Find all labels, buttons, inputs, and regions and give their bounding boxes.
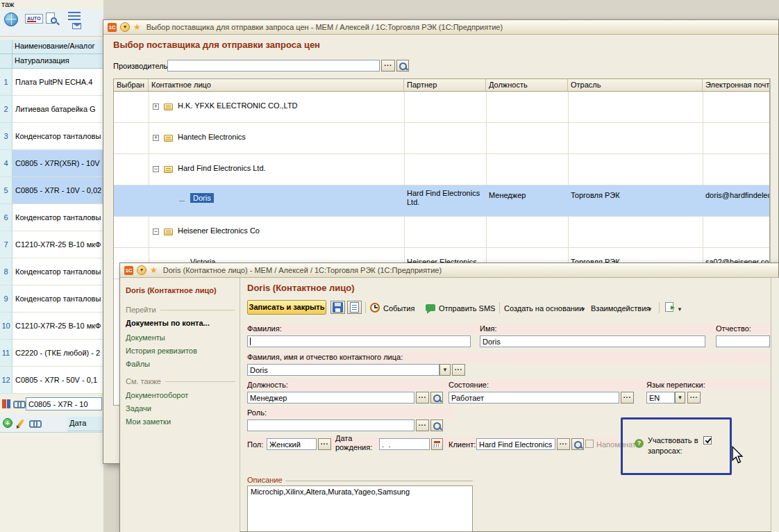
description-group-label[interactable]: Описание <box>247 476 283 484</box>
birthdate-input[interactable] <box>379 438 430 450</box>
supplier-group-row[interactable]: + Hantech Electronics <box>114 123 769 154</box>
column-header-name[interactable]: Наименование/Аналог <box>12 40 103 54</box>
print-form-icon[interactable] <box>665 302 673 312</box>
system-menu-button[interactable]: ▼ <box>137 265 146 275</box>
last-name-label: Фамилия: <box>247 324 282 333</box>
contact-window-titlebar[interactable]: 1С ▼ ★ Doris (Контактное лицо) - МЕМ / А… <box>120 263 778 278</box>
product-row[interactable]: Конденсатор танталовы <box>12 258 103 285</box>
manufacturer-input[interactable] <box>167 60 380 72</box>
supplier-group-row[interactable]: + H.K. YFXK ELECTRONIC CO.,LTD <box>114 92 769 123</box>
product-row[interactable]: С1210-X7R-25 В-10 мкФ <box>12 313 103 340</box>
gender-input[interactable] <box>267 438 317 450</box>
row-number: 7 <box>0 231 12 258</box>
column-header-email[interactable]: Электронная почта <box>703 79 770 92</box>
collapse-icon[interactable]: − <box>153 228 159 235</box>
product-row-selected[interactable]: C0805 - X7R(X5R) - 10V <box>12 150 103 177</box>
sidebar-item-files[interactable]: Файлы <box>126 360 150 368</box>
row-number-column-header-2[interactable] <box>0 54 12 69</box>
favorites-star-icon[interactable]: ★ <box>133 22 141 32</box>
favorites-star-icon[interactable]: ★ <box>150 265 158 275</box>
state-input[interactable] <box>449 392 619 404</box>
product-row[interactable]: Конденсатор танталовы <box>12 204 103 231</box>
first-name-input[interactable] <box>480 335 705 347</box>
link-icon[interactable] <box>29 420 40 426</box>
ellipsis-button[interactable]: ... <box>416 419 429 431</box>
link-icon[interactable] <box>13 401 24 407</box>
language-input[interactable] <box>646 392 675 404</box>
sidebar-item-documents-by-contact[interactable]: Документы по конта... <box>126 319 210 327</box>
dropdown-button[interactable]: ▼ <box>675 392 685 404</box>
save-button[interactable] <box>330 301 345 314</box>
contact-name-selected[interactable]: Doris <box>190 193 214 203</box>
globe-icon[interactable] <box>3 11 21 29</box>
column-header-naturalization[interactable]: Натурализация <box>12 54 103 69</box>
product-row-selected[interactable]: C0805 - X7R - 10V - 0,02 <box>12 177 103 204</box>
events-button[interactable]: События <box>383 304 414 313</box>
ellipsis-button[interactable]: ... <box>621 392 634 404</box>
ellipsis-button[interactable]: ... <box>381 60 395 72</box>
ellipsis-button[interactable]: ... <box>452 364 465 376</box>
expand-icon[interactable]: + <box>153 135 159 141</box>
search-document-icon[interactable] <box>44 11 62 29</box>
client-input[interactable] <box>476 438 555 450</box>
product-row[interactable]: Конденсатор танталовы <box>12 285 103 313</box>
supplier-group-row[interactable]: − Heisener Electronics Co <box>114 217 769 248</box>
expand-icon[interactable]: + <box>153 103 159 110</box>
column-header-contact[interactable]: Контактное лицо <box>149 79 404 92</box>
supplier-group-row[interactable]: − Hard Find Electronics Ltd. <box>114 154 769 185</box>
auto-icon[interactable]: AUTO <box>24 11 42 29</box>
product-row[interactable]: С1210-X7R-25 В-10 мкФ <box>12 231 103 258</box>
description-textarea[interactable]: Microchip,Xilinx,Altera,Murata,Yageo,Sam… <box>247 485 473 532</box>
full-name-input[interactable] <box>247 364 439 376</box>
interactions-button[interactable]: Взаимодействия <box>591 304 650 313</box>
last-name-input[interactable] <box>247 335 471 347</box>
sidebar-item-notes[interactable]: Мои заметки <box>126 417 171 426</box>
journal-button[interactable] <box>347 301 362 314</box>
calendar-icon[interactable] <box>431 438 443 450</box>
column-header-industry[interactable]: Отрасль <box>568 79 703 92</box>
mail-list-icon[interactable] <box>67 10 85 35</box>
column-header-date[interactable]: Дата <box>67 417 103 431</box>
system-menu-button[interactable]: ▼ <box>120 22 130 32</box>
quick-search-input[interactable] <box>26 397 102 410</box>
position-input[interactable] <box>247 392 414 404</box>
group-name: H.K. YFXK ELECTRONIC CO.,LTD <box>178 101 400 110</box>
search-icon[interactable] <box>430 392 443 404</box>
dropdown-button[interactable]: ▼ <box>439 364 451 376</box>
save-and-close-button[interactable]: Записать и закрыть <box>247 300 326 315</box>
search-icon[interactable] <box>571 438 584 450</box>
search-icon[interactable] <box>430 419 443 431</box>
contact-row-selected[interactable]: Doris Hard Find Electronics Ltd. Менедже… <box>114 185 769 217</box>
column-header-partner[interactable]: Партнер <box>404 79 486 92</box>
search-icon[interactable] <box>396 60 409 72</box>
product-row[interactable]: Конденсатор танталовы <box>12 123 103 150</box>
edit-pencil-icon[interactable] <box>17 419 25 427</box>
product-row[interactable]: C2220 - (ТКЕ любой) - 2 <box>12 340 103 367</box>
ellipsis-button[interactable]: ... <box>557 438 570 450</box>
middle-name-input[interactable] <box>716 335 770 347</box>
product-row[interactable]: C0805 - X7R - 50V - 0,1 <box>12 367 103 394</box>
add-button[interactable]: + <box>3 418 12 428</box>
create-based-on-button[interactable]: Создать на основании <box>504 304 583 313</box>
filter-icon[interactable] <box>2 399 11 408</box>
column-header-selected[interactable]: Выбран <box>114 79 149 92</box>
sidebar-item-history[interactable]: История реквизитов <box>126 347 197 355</box>
sidebar-item-docflow[interactable]: Документооборот <box>126 391 188 399</box>
sidebar-item-documents[interactable]: Документы <box>126 333 165 342</box>
product-row[interactable]: Плата PultPN ECHA.4 <box>12 69 103 96</box>
supplier-window-titlebar[interactable]: 1С ▼ ★ Выбор поставщика для отправки зап… <box>103 20 778 35</box>
vertical-scrollbar[interactable] <box>771 278 779 532</box>
chevron-down-icon[interactable]: ▼ <box>580 304 586 315</box>
column-header-position[interactable]: Должность <box>486 79 568 92</box>
row-number-column-header[interactable] <box>0 40 12 54</box>
role-input[interactable] <box>247 419 414 431</box>
send-sms-button[interactable]: Отправить SMS <box>439 304 495 313</box>
collapse-icon[interactable]: − <box>153 166 159 172</box>
product-row[interactable]: Литиевая батарейка G <box>12 96 103 123</box>
ellipsis-button[interactable]: ... <box>318 438 331 450</box>
chevron-down-icon[interactable]: ▼ <box>677 304 682 315</box>
chevron-down-icon[interactable]: ▼ <box>647 304 653 315</box>
sidebar-item-tasks[interactable]: Задачи <box>126 404 151 413</box>
ellipsis-button[interactable]: ... <box>416 392 429 404</box>
ellipsis-button[interactable]: ... <box>687 392 701 404</box>
